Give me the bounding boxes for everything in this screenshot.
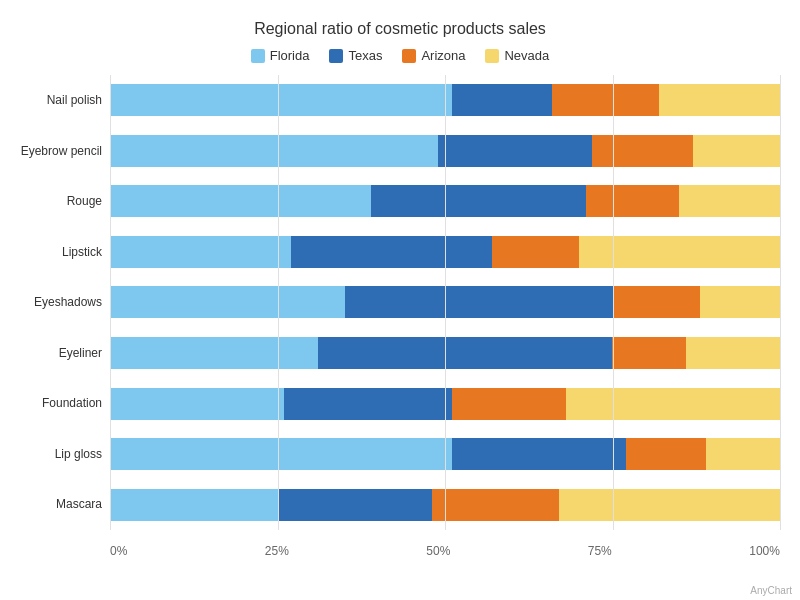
bar-segment bbox=[659, 84, 780, 116]
y-label: Lip gloss bbox=[55, 447, 102, 461]
bar-segment bbox=[700, 286, 780, 318]
legend-item-texas: Texas bbox=[329, 48, 382, 63]
bar-segment bbox=[492, 236, 579, 268]
bar-segment bbox=[110, 438, 452, 470]
bar-segment bbox=[679, 185, 780, 217]
chart-area: Nail polishEyebrow pencilRougeLipstickEy… bbox=[20, 75, 780, 530]
bar-segment bbox=[110, 388, 284, 420]
bar-row bbox=[110, 489, 780, 521]
y-label: Rouge bbox=[67, 194, 102, 208]
bar-segment bbox=[559, 489, 780, 521]
bar-segment bbox=[318, 337, 613, 369]
y-axis: Nail polishEyebrow pencilRougeLipstickEy… bbox=[20, 75, 110, 530]
bar-segment bbox=[278, 489, 432, 521]
grid-line-100 bbox=[780, 75, 781, 530]
bar-segment bbox=[371, 185, 585, 217]
y-label: Nail polish bbox=[47, 93, 102, 107]
legend: FloridaTexasArizonaNevada bbox=[20, 48, 780, 63]
legend-label: Arizona bbox=[421, 48, 465, 63]
y-label: Foundation bbox=[42, 396, 102, 410]
bar-row bbox=[110, 337, 780, 369]
bar-segment bbox=[592, 135, 693, 167]
bar-segment bbox=[110, 185, 371, 217]
x-tick: 75% bbox=[588, 544, 612, 558]
bar-segment bbox=[566, 388, 780, 420]
x-tick: 100% bbox=[749, 544, 780, 558]
y-label: Eyeliner bbox=[59, 346, 102, 360]
bar-segment bbox=[438, 135, 592, 167]
bar-row bbox=[110, 438, 780, 470]
anychart-credit: AnyChart bbox=[750, 585, 792, 596]
bar-segment bbox=[452, 388, 566, 420]
legend-swatch bbox=[402, 49, 416, 63]
legend-item-florida: Florida bbox=[251, 48, 310, 63]
bar-row bbox=[110, 84, 780, 116]
bar-row bbox=[110, 185, 780, 217]
bar-segment bbox=[110, 84, 452, 116]
bar-segment bbox=[706, 438, 780, 470]
legend-item-nevada: Nevada bbox=[485, 48, 549, 63]
bar-segment bbox=[291, 236, 492, 268]
bar-segment bbox=[552, 84, 659, 116]
x-tick: 50% bbox=[426, 544, 450, 558]
legend-swatch bbox=[485, 49, 499, 63]
legend-label: Florida bbox=[270, 48, 310, 63]
chart-title: Regional ratio of cosmetic products sale… bbox=[20, 20, 780, 38]
bar-segment bbox=[612, 337, 686, 369]
bar-row bbox=[110, 236, 780, 268]
bar-segment bbox=[110, 286, 345, 318]
x-tick: 0% bbox=[110, 544, 127, 558]
legend-label: Texas bbox=[348, 48, 382, 63]
bars-area: 0%25%50%75%100% bbox=[110, 75, 780, 530]
bar-segment bbox=[432, 489, 559, 521]
bar-row bbox=[110, 135, 780, 167]
legend-label: Nevada bbox=[504, 48, 549, 63]
x-tick: 25% bbox=[265, 544, 289, 558]
legend-swatch bbox=[329, 49, 343, 63]
y-label: Eyeshadows bbox=[34, 295, 102, 309]
bar-segment bbox=[613, 286, 700, 318]
chart-container: Regional ratio of cosmetic products sale… bbox=[0, 0, 800, 600]
bar-segment bbox=[586, 185, 680, 217]
y-label: Eyebrow pencil bbox=[21, 144, 102, 158]
legend-swatch bbox=[251, 49, 265, 63]
bar-segment bbox=[452, 84, 553, 116]
y-label: Mascara bbox=[56, 497, 102, 511]
bar-segment bbox=[110, 236, 291, 268]
x-axis: 0%25%50%75%100% bbox=[110, 544, 780, 558]
bar-segment bbox=[452, 438, 626, 470]
legend-item-arizona: Arizona bbox=[402, 48, 465, 63]
bar-segment bbox=[345, 286, 613, 318]
bar-segment bbox=[579, 236, 780, 268]
bar-row bbox=[110, 388, 780, 420]
bar-row bbox=[110, 286, 780, 318]
bar-segment bbox=[110, 337, 318, 369]
bar-segment bbox=[626, 438, 706, 470]
bar-segment bbox=[110, 135, 438, 167]
y-label: Lipstick bbox=[62, 245, 102, 259]
bar-segment bbox=[693, 135, 780, 167]
bar-segment bbox=[284, 388, 452, 420]
bar-segment bbox=[110, 489, 278, 521]
bar-segment bbox=[686, 337, 780, 369]
